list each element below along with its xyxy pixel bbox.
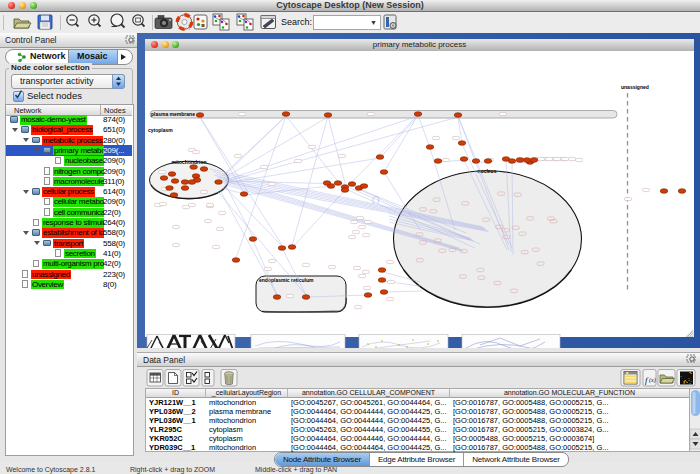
svg-text:cytoplasm: cytoplasm <box>148 127 173 133</box>
svg-text:endoplasmic reticulum: endoplasmic reticulum <box>259 277 314 283</box>
svg-text:unassigned: unassigned <box>621 84 649 90</box>
svg-text:(x): (x) <box>649 377 656 384</box>
svg-text:mitochondrion: mitochondrion <box>172 159 207 165</box>
svg-text:plasma membrane: plasma membrane <box>151 111 195 117</box>
